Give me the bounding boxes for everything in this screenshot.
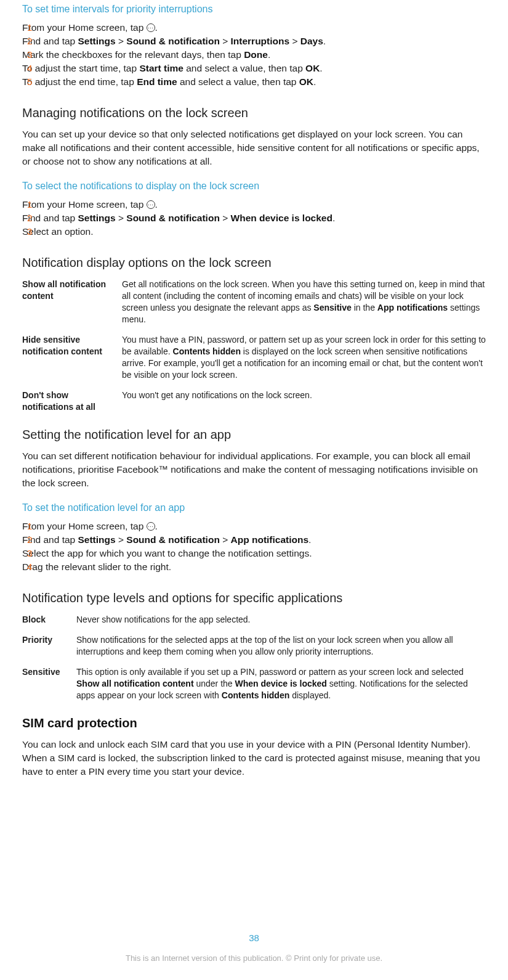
section-heading: Setting the notification level for an ap…: [22, 428, 486, 442]
body-paragraph: You can set up your device so that only …: [22, 128, 486, 168]
procedure-title: To set time intervals for priority inter…: [22, 4, 486, 15]
step-text: Find and tap Settings > Sound & notifica…: [22, 534, 311, 545]
step-text: From your Home screen, tap .: [22, 22, 158, 33]
step-text: From your Home screen, tap .: [22, 199, 158, 210]
step-text: To adjust the start time, tap Start time…: [22, 63, 323, 73]
apps-icon: [147, 200, 155, 209]
step-text: From your Home screen, tap .: [22, 521, 158, 531]
step-text: Mark the checkboxes for the relevant day…: [22, 49, 270, 60]
procedure-title: To select the notifications to display o…: [22, 181, 486, 192]
step-text: Select the app for which you want to cha…: [22, 548, 312, 558]
option-label: Hide sensitive notification content: [22, 334, 115, 381]
step-number: 5: [27, 75, 32, 89]
step-text: To adjust the end time, tap End time and…: [22, 76, 316, 87]
option-row: Don't show notifications at all You won'…: [22, 390, 486, 413]
section-heading-bold: SIM card protection: [22, 716, 486, 730]
option-label: Don't show notifications at all: [22, 390, 115, 413]
option-description: This option is only available if you set…: [76, 666, 486, 701]
option-label: Block: [22, 614, 69, 626]
types-table: Block Never show notifications for the a…: [22, 614, 486, 701]
steps-list-2: 1From your Home screen, tap . 2Find and …: [22, 198, 486, 239]
step-number: 2: [27, 533, 32, 547]
apps-icon: [147, 23, 155, 32]
step-number: 2: [27, 35, 32, 48]
body-paragraph: You can set different notification behav…: [22, 449, 486, 490]
step-number: 3: [27, 547, 32, 560]
section-heading: Notification display options on the lock…: [22, 256, 486, 270]
step-text: Find and tap Settings > Sound & notifica…: [22, 36, 326, 46]
option-label: Show all notification content: [22, 279, 115, 325]
step-text: Find and tap Settings > Sound & notifica…: [22, 213, 335, 223]
footer-note: This is an Internet version of this publ…: [0, 953, 508, 963]
apps-icon: [147, 522, 155, 531]
option-row: Hide sensitive notification content You …: [22, 334, 486, 381]
option-row: Show all notification content Get all no…: [22, 279, 486, 325]
step-text: Drag the relevant slider to the right.: [22, 561, 171, 572]
option-label: Priority: [22, 634, 69, 658]
section-heading: Notification type levels and options for…: [22, 591, 486, 605]
page-number: 38: [0, 933, 508, 943]
option-row: Block Never show notifications for the a…: [22, 614, 486, 626]
option-description: Get all notifications on the lock screen…: [122, 279, 486, 325]
step-number: 1: [27, 198, 32, 211]
step-number: 1: [27, 520, 32, 533]
option-description: You must have a PIN, password, or patter…: [122, 334, 486, 381]
procedure-title: To set the notification level for an app: [22, 502, 486, 513]
step-number: 2: [27, 211, 32, 225]
body-paragraph: You can lock and unlock each SIM card th…: [22, 738, 486, 778]
step-number: 1: [27, 21, 32, 35]
option-row: Sensitive This option is only available …: [22, 666, 486, 701]
option-description: You won't get any notifications on the l…: [122, 390, 486, 413]
step-number: 3: [27, 48, 32, 62]
step-number: 4: [27, 560, 32, 574]
option-description: Never show notifications for the app sel…: [76, 614, 486, 626]
steps-list-3: 1From your Home screen, tap . 2Find and …: [22, 520, 486, 574]
options-table: Show all notification content Get all no…: [22, 279, 486, 413]
step-number: 4: [27, 62, 32, 75]
option-description: Show notifications for the selected apps…: [76, 634, 486, 658]
step-number: 3: [27, 225, 32, 239]
option-row: Priority Show notifications for the sele…: [22, 634, 486, 658]
option-label: Sensitive: [22, 666, 69, 701]
section-heading: Managing notifications on the lock scree…: [22, 106, 486, 120]
step-text: Select an option.: [22, 226, 93, 237]
steps-list-1: 1From your Home screen, tap . 2Find and …: [22, 21, 486, 89]
